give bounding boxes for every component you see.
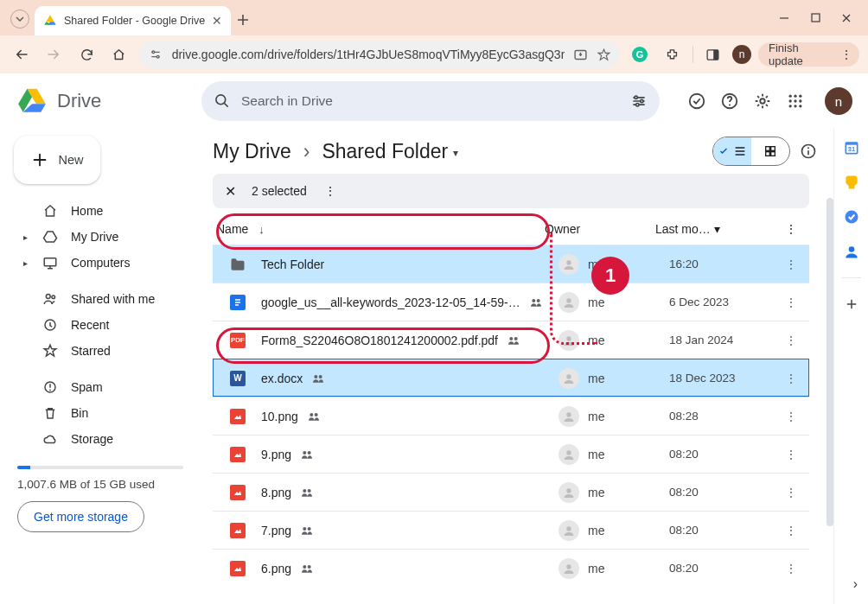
window-maximize-button[interactable] [809, 12, 821, 24]
col-more-header[interactable]: ⋮ [759, 222, 797, 236]
hide-sidepanel-icon[interactable]: › [853, 576, 858, 592]
drive-logo[interactable]: Drive [16, 85, 184, 118]
file-name: Tech Folder [261, 257, 324, 271]
nav-forward-button[interactable] [41, 41, 67, 67]
file-row[interactable]: Wex.docxme18 Dec 2023⋮ [213, 359, 809, 397]
drive-header: Drive Search in Drive n [0, 73, 868, 129]
contacts-addon-icon[interactable] [843, 243, 860, 260]
window-close-button[interactable] [840, 12, 852, 24]
search-placeholder: Search in Drive [241, 93, 620, 109]
sidebar-item-home[interactable]: Home [14, 198, 187, 224]
tab-search-button[interactable] [10, 10, 29, 29]
breadcrumb-root[interactable]: My Drive [213, 140, 291, 163]
file-more-button[interactable]: ⋮ [773, 524, 797, 537]
svg-point-50 [566, 450, 571, 455]
extensions-icon[interactable] [660, 41, 686, 67]
address-bar[interactable]: drive.google.com/drive/folders/1tHr4GJbU… [139, 41, 621, 68]
file-more-button[interactable]: ⋮ [773, 372, 797, 385]
google-apps-icon[interactable] [785, 91, 806, 111]
file-more-button[interactable]: ⋮ [773, 296, 797, 309]
file-row[interactable]: 8.pngme08:20⋮ [213, 473, 809, 511]
trash-icon [41, 405, 59, 421]
window-minimize-button[interactable] [778, 12, 790, 24]
file-more-button[interactable]: ⋮ [773, 257, 797, 271]
folder-icon [229, 256, 246, 273]
get-more-storage-button[interactable]: Get more storage [17, 501, 144, 532]
svg-point-53 [566, 488, 571, 493]
ready-offline-icon[interactable] [686, 91, 707, 111]
account-avatar[interactable]: n [825, 87, 852, 115]
search-options-icon[interactable] [630, 92, 648, 110]
list-view-button[interactable] [713, 137, 751, 165]
svg-point-19 [799, 99, 801, 102]
nav-home-button[interactable] [106, 41, 132, 67]
view-details-icon[interactable] [799, 142, 818, 161]
chevron-right-icon[interactable]: ▸ [21, 258, 29, 268]
file-modified: 08:20 [669, 448, 773, 461]
calendar-addon-icon[interactable]: 31 [843, 139, 860, 156]
sidebar: New Home ▸ My Drive ▸ [0, 129, 197, 604]
install-app-icon[interactable] [573, 48, 588, 62]
clock-icon [41, 317, 59, 333]
tasks-addon-icon[interactable] [843, 208, 860, 226]
file-row[interactable]: Tech Folderme16:20⋮ [213, 245, 809, 283]
file-row[interactable]: 9.pngme08:20⋮ [213, 435, 809, 473]
settings-icon[interactable] [752, 91, 773, 111]
support-icon[interactable] [719, 91, 740, 111]
breadcrumb-current[interactable]: Shared Folder ▾ [322, 140, 458, 163]
search-bar[interactable]: Search in Drive [201, 81, 660, 121]
selection-more-button[interactable]: ⋮ [324, 184, 336, 198]
file-row[interactable]: 10.pngme08:28⋮ [213, 397, 809, 435]
sidebar-item-shared[interactable]: Shared with me [14, 286, 187, 312]
grammarly-extension-icon[interactable]: G [627, 41, 653, 67]
bookmark-icon[interactable] [597, 48, 611, 62]
nav-reload-button[interactable] [73, 41, 99, 67]
get-addons-icon[interactable] [843, 296, 860, 313]
file-row[interactable]: PDFForm8_S22046O8O1801241200002.pdf.pdfm… [213, 321, 809, 359]
chevron-down-icon: ▾ [714, 222, 720, 236]
sidebar-item-starred[interactable]: Starred [14, 338, 187, 364]
file-more-button[interactable]: ⋮ [773, 486, 797, 499]
cloud-icon [41, 431, 59, 447]
tab-close-icon[interactable]: ✕ [212, 14, 222, 28]
scrollbar[interactable] [827, 198, 833, 526]
svg-point-8 [641, 99, 643, 102]
file-modified: 08:20 [669, 524, 773, 537]
finish-update-button[interactable]: Finish update ⋮ [758, 42, 859, 67]
file-more-button[interactable]: ⋮ [773, 410, 797, 423]
sidebar-item-spam[interactable]: Spam [14, 374, 187, 400]
col-modified-header[interactable]: Last mo… ▾ [655, 222, 759, 236]
sidebar-item-mydrive[interactable]: ▸ My Drive [14, 224, 187, 250]
site-controls-icon[interactable] [148, 47, 163, 62]
file-more-button[interactable]: ⋮ [773, 562, 797, 575]
col-owner-header[interactable]: Owner [545, 222, 655, 236]
file-row[interactable]: 7.pngme08:20⋮ [213, 511, 809, 549]
sidepanel-toggle-icon[interactable] [700, 41, 726, 67]
col-name-header[interactable]: Name ↓ [216, 222, 545, 236]
browser-tab-active[interactable]: Shared Folder - Google Drive ✕ [35, 6, 231, 35]
chevron-right-icon[interactable]: ▸ [21, 232, 29, 242]
chevron-down-icon[interactable]: ▾ [453, 147, 458, 159]
clear-selection-button[interactable]: ✕ [225, 183, 236, 200]
sidebar-item-bin[interactable]: Bin [14, 400, 187, 426]
svg-point-55 [308, 527, 311, 531]
svg-point-14 [789, 95, 792, 98]
keep-addon-icon[interactable] [843, 174, 860, 191]
file-row[interactable]: 6.pngme08:20⋮ [213, 549, 809, 587]
new-button[interactable]: New [14, 136, 100, 184]
chrome-menu-icon[interactable]: ⋮ [840, 48, 852, 61]
new-tab-button[interactable] [231, 8, 255, 32]
shared-icon [300, 524, 314, 537]
star-icon [41, 343, 59, 359]
sidebar-item-recent[interactable]: Recent [14, 312, 187, 338]
sidebar-item-computers[interactable]: ▸ Computers [14, 250, 187, 276]
chrome-profile-avatar[interactable]: n [732, 45, 751, 64]
grid-view-button[interactable] [751, 137, 789, 165]
nav-back-button[interactable] [9, 41, 35, 67]
file-row[interactable]: google_us__all-keywords_2023-12-05_14-59… [213, 283, 809, 321]
file-owner: me [588, 372, 604, 385]
sidebar-item-storage[interactable]: Storage [14, 426, 187, 452]
file-more-button[interactable]: ⋮ [773, 448, 797, 461]
file-more-button[interactable]: ⋮ [773, 334, 797, 347]
svg-point-64 [848, 246, 854, 252]
